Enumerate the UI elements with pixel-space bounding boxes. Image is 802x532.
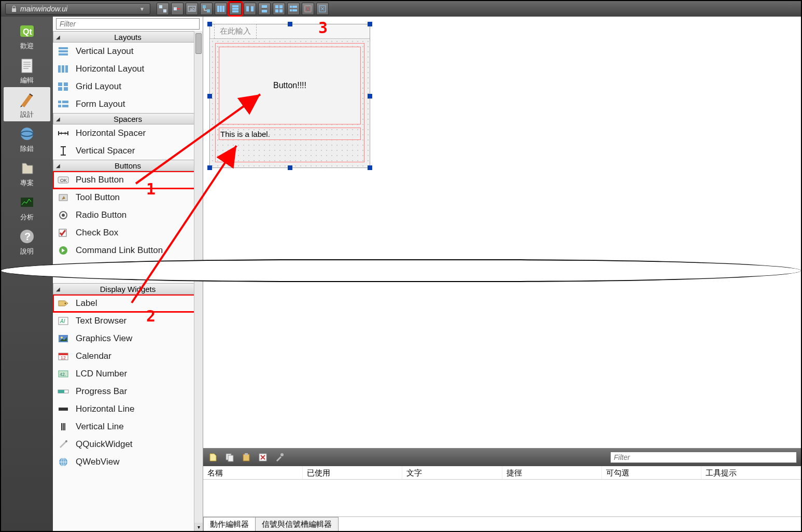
mode-welcome[interactable]: Qt歡迎 — [4, 19, 50, 53]
widget-qquickwidget[interactable]: QQuickWidget — [53, 436, 203, 453]
collapse-icon: ◢ — [53, 116, 63, 122]
widget-calendar[interactable]: 12Calendar — [53, 347, 203, 365]
edit-signals-button[interactable] — [171, 3, 184, 15]
widget-qwebview[interactable]: QWebView — [53, 453, 203, 471]
action-header[interactable]: 已使用 — [303, 466, 402, 479]
widget-progress-bar[interactable]: Progress Bar — [53, 383, 203, 400]
action-header[interactable]: 可勾選 — [602, 466, 701, 479]
svg-rect-24 — [292, 9, 297, 11]
layout-v-splitter-button[interactable] — [258, 3, 271, 15]
widget-push-button[interactable]: OKPush Button — [53, 171, 203, 189]
widget-check-box[interactable]: Check Box — [53, 224, 203, 242]
configure-action-button[interactable] — [274, 452, 285, 463]
widget-vertical-spacer[interactable]: Vertical Spacer — [53, 142, 203, 160]
widget-grid-layout[interactable]: Grid Layout — [53, 78, 203, 95]
action-header[interactable]: 名稱 — [203, 466, 303, 479]
widget-command-link-button[interactable]: Command Link Button — [53, 242, 203, 259]
action-filter-input[interactable] — [610, 452, 797, 463]
form-menubar[interactable]: 在此輸入 — [210, 24, 370, 39]
scrollbar-thumb[interactable] — [195, 33, 202, 54]
edit-taborder-button[interactable] — [200, 3, 213, 15]
svg-rect-17 — [275, 5, 278, 8]
svg-rect-46 — [62, 101, 68, 103]
group-title: Spacers — [63, 115, 202, 123]
svg-rect-39 — [62, 65, 64, 73]
widget-horizontal-layout[interactable]: Horizontal Layout — [53, 60, 203, 78]
debug-icon — [18, 124, 36, 143]
mode-debug[interactable]: 除錯 — [4, 121, 50, 156]
group-title: Display Widgets — [63, 285, 202, 293]
qquick-icon — [57, 439, 69, 450]
widget-graphics-view[interactable]: Graphics View — [53, 330, 203, 347]
layout-form-button[interactable] — [287, 3, 300, 15]
break-layout-button[interactable] — [302, 3, 314, 15]
label-icon — [57, 298, 69, 309]
widget-horizontal-line[interactable]: Horizontal Line — [53, 400, 203, 418]
svg-text:Qt: Qt — [23, 27, 32, 36]
layout-v-button[interactable] — [229, 3, 242, 15]
group-buttons[interactable]: ◢Buttons — [53, 160, 203, 171]
mode-design[interactable]: 設計 — [4, 87, 50, 121]
widget-label: Calendar — [76, 351, 111, 361]
layout-grid-button[interactable] — [273, 3, 285, 15]
widget-horizontal-spacer[interactable]: Horizontal Spacer — [53, 124, 203, 142]
mode-projects[interactable]: 專案 — [4, 156, 50, 190]
menu-placeholder[interactable]: 在此輸入 — [214, 24, 257, 39]
mode-edit[interactable]: 編輯 — [4, 53, 50, 87]
svg-text:?: ? — [24, 231, 31, 242]
tab-動作編輯器[interactable]: 動作編輯器 — [203, 517, 256, 531]
edit-icon — [18, 56, 36, 75]
group-spacers[interactable]: ◢Spacers — [53, 113, 203, 124]
edit-buddies-button[interactable]: ab — [186, 3, 198, 15]
widget-vertical-layout[interactable]: Vertical Layout — [53, 43, 203, 60]
svg-text:12: 12 — [61, 355, 66, 360]
scroll-down-icon[interactable]: ▾ — [194, 523, 203, 531]
widgetbox-filter-input[interactable] — [56, 18, 200, 30]
adjust-size-button[interactable] — [316, 3, 329, 15]
widget-form-layout[interactable]: Form Layout — [53, 95, 203, 113]
action-header[interactable]: 文字 — [402, 466, 502, 479]
group-layouts[interactable]: ◢Layouts — [53, 31, 203, 43]
new-action-button[interactable] — [207, 452, 219, 463]
file-selector[interactable]: mainwindow.ui ▼ — [5, 3, 150, 15]
edit-widgets-button[interactable] — [157, 3, 169, 15]
copy-action-button[interactable] — [224, 452, 235, 463]
layout-h-button[interactable] — [215, 3, 227, 15]
action-toolbar — [203, 449, 801, 466]
mode-label: 歡迎 — [20, 41, 34, 51]
svg-text:42.: 42. — [60, 372, 66, 377]
tab-信號與信號槽編輯器[interactable]: 信號與信號槽編輯器 — [255, 517, 339, 531]
annotation-1: 1 — [146, 180, 156, 198]
svg-rect-19 — [275, 9, 278, 12]
vlayout-icon — [57, 46, 69, 57]
widget-label: Text Browser — [76, 316, 126, 326]
label-widget[interactable]: This is a label. — [219, 128, 361, 140]
push-button-widget[interactable]: Button!!!! — [219, 47, 361, 124]
widget-lcd-number[interactable]: 42.LCD Number — [53, 365, 203, 383]
svg-point-56 — [65, 303, 66, 304]
mode-analyze[interactable]: 分析 — [4, 190, 50, 224]
svg-rect-5 — [203, 5, 206, 8]
action-header[interactable]: 工具提示 — [701, 466, 801, 479]
svg-point-76 — [280, 453, 284, 456]
action-header[interactable]: 捷徑 — [502, 466, 602, 479]
collapse-icon: ◢ — [53, 286, 63, 292]
form-preview[interactable]: 在此輸入 Button!!!! This is a label. — [209, 24, 370, 168]
svg-rect-8 — [220, 6, 222, 12]
mode-help[interactable]: ?說明 — [4, 224, 50, 258]
widget-label[interactable]: Label — [53, 295, 203, 312]
design-canvas[interactable]: 在此輸入 Button!!!! This is a label. — [203, 17, 801, 448]
group-display-widgets[interactable]: ◢Display Widgets — [53, 283, 203, 295]
widget-text-browser[interactable]: AIText Browser — [53, 312, 203, 330]
delete-action-button[interactable] — [257, 452, 269, 463]
widget-radio-button[interactable]: Radio Button — [53, 206, 203, 224]
vline-icon — [57, 422, 69, 432]
svg-rect-40 — [65, 65, 68, 73]
paste-action-button[interactable] — [241, 452, 252, 463]
widget-tool-button[interactable]: Tool Button — [53, 189, 203, 206]
layout-h-splitter-button[interactable] — [244, 3, 256, 15]
widget-label: Radio Button — [76, 210, 126, 220]
vertical-layout[interactable]: Button!!!! This is a label. — [215, 43, 364, 162]
widget-vertical-line[interactable]: Vertical Line — [53, 418, 203, 436]
central-widget[interactable]: Button!!!! This is a label. — [215, 43, 364, 162]
